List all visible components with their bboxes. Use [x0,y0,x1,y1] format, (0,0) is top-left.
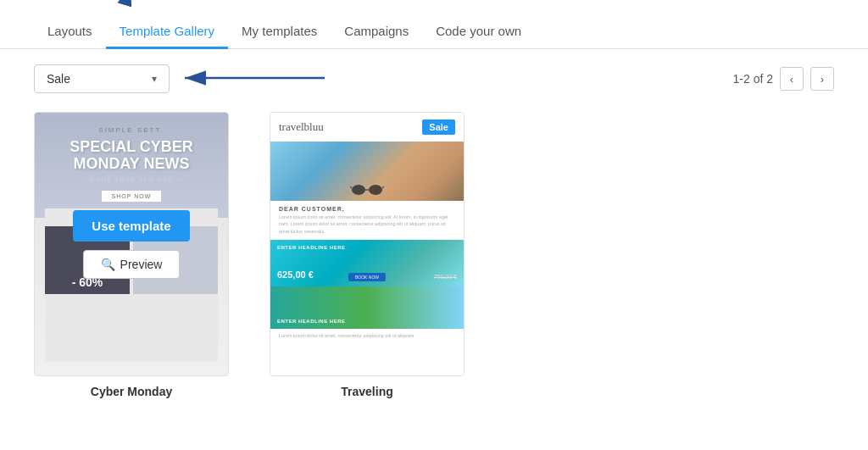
template-card-cyber-monday[interactable]: SIMPLE SETT. SPECIAL CYBERMONDAY NEWS — … [34,112,229,398]
preview-label: Preview [120,258,163,271]
nav-tabs: Layouts Template Gallery My templates Ca… [0,0,868,49]
trav-logo: travelbluu [279,120,324,134]
svg-point-3 [352,185,365,195]
next-page-button[interactable]: › [810,67,834,91]
template-card-traveling-inner: travelbluu Sale DEAR CUSTOMER, Lorem ips… [270,112,465,376]
filter-label: Sale [47,72,70,86]
trav-lorem-text: Lorem ipsum dolor sit amet, consectetur … [270,214,464,235]
template-card-cyber-monday-inner: SIMPLE SETT. SPECIAL CYBERMONDAY NEWS — … [34,112,229,376]
search-icon: 🔍 [101,258,115,271]
sunglasses-icon [350,180,384,197]
svg-line-6 [350,186,352,188]
template-name-traveling: Traveling [270,385,465,398]
use-template-button[interactable]: Use template [73,210,189,242]
template-gallery: SIMPLE SETT. SPECIAL CYBERMONDAY NEWS — … [0,103,868,424]
toolbar: Sale ▾ 1-2 of 2 ‹ › [0,49,868,103]
trav-old-price: 750,00 € [434,274,457,280]
trav-enter-headline-1: ENTER HEADLINE HERE [277,245,346,250]
trav-sale-badge: Sale [422,119,455,135]
tab-code-your-own[interactable]: Code your own [422,15,535,49]
svg-line-7 [382,186,384,188]
preview-button[interactable]: 🔍 Preview [83,250,181,279]
annotation-arrow [176,63,329,97]
trav-header: travelbluu Sale [270,113,464,142]
traveling-preview: travelbluu Sale DEAR CUSTOMER, Lorem ips… [270,113,464,375]
trav-footer-image: ENTER HEADLINE HERE [270,286,464,329]
template-name-cyber-monday: Cyber Monday [34,385,229,398]
svg-point-4 [369,185,382,195]
trav-beach-image [270,142,464,201]
prev-page-button[interactable]: ‹ [780,67,804,91]
tab-layouts[interactable]: Layouts [34,15,106,49]
trav-book-now-btn: BOOK NOW [348,273,386,281]
dropdown-arrow-icon: ▾ [152,73,157,85]
tab-template-gallery[interactable]: Template Gallery [106,15,229,49]
tab-my-templates[interactable]: My templates [228,15,331,49]
filter-wrapper: Sale ▾ [34,64,170,93]
trav-footer-lorem: Lorem ipsum dolor sit amet, consectetur … [270,329,464,339]
trav-price: 625,00 € [277,269,314,280]
template-card-traveling[interactable]: travelbluu Sale DEAR CUSTOMER, Lorem ips… [270,112,465,398]
pagination: 1-2 of 2 ‹ › [733,67,834,91]
filter-dropdown[interactable]: Sale ▾ [34,64,170,93]
tab-campaigns[interactable]: Campaigns [331,15,422,49]
pagination-label: 1-2 of 2 [733,72,773,86]
trav-destination-image: ENTER HEADLINE HERE 625,00 € 750,00 € BO… [270,240,464,286]
card-overlay: Use template 🔍 Preview [35,113,228,375]
trav-enter-headline-2: ENTER HEADLINE HERE [277,319,346,324]
trav-dear-customer: DEAR CUSTOMER, [270,201,464,214]
